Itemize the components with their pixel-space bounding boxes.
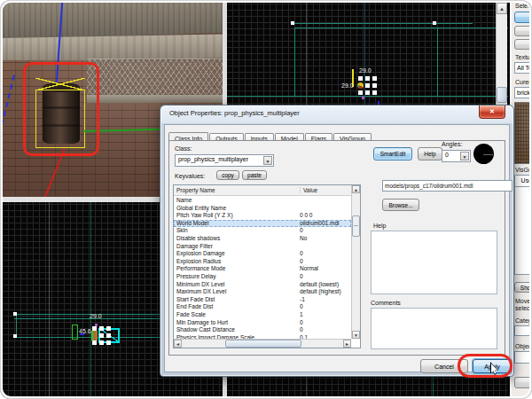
property-row[interactable]: Start Fade Dist -1 — [174, 296, 351, 304]
property-value: -1 — [300, 296, 351, 304]
class-dropdown[interactable]: prop_physics_multiplayer ▼ — [175, 154, 274, 167]
vertex-handle[interactable] — [291, 21, 294, 25]
property-row[interactable]: Min Damage to Hurt 0 — [174, 319, 351, 327]
scroll-right-arrow[interactable]: ► — [343, 340, 351, 348]
property-value: Normal — [300, 265, 351, 273]
close-icon[interactable]: ✕ — [479, 106, 505, 119]
property-row[interactable]: Disable shadows No — [174, 235, 351, 243]
property-value: No — [300, 235, 351, 243]
vertex-handle[interactable] — [13, 312, 17, 316]
scroll-left-arrow[interactable]: ◄ — [174, 340, 182, 348]
panel-button[interactable] — [514, 377, 532, 388]
scroll-up-arrow[interactable]: ▲ — [497, 3, 507, 14]
oil-drum-top-view — [357, 82, 364, 89]
property-grid-vscrollbar[interactable]: ▲ ▼ — [351, 185, 360, 339]
current-texture-label: Curent — [515, 79, 532, 85]
brush-line — [90, 202, 91, 397]
dialog-title: Object Properties: prop_physics_multipla… — [169, 109, 300, 117]
property-row[interactable]: End Fade Dist 0 — [174, 303, 351, 311]
property-row[interactable]: Shadow Cast Distance 0 — [174, 326, 351, 334]
brush-line — [226, 96, 508, 97]
property-name: Performance Mode — [176, 265, 297, 273]
selection-handles[interactable] — [358, 76, 377, 95]
scrollbar-thumb[interactable] — [225, 340, 301, 348]
scrollbar-thumb[interactable] — [497, 87, 507, 103]
visgroups-show-button[interactable]: Show — [514, 282, 532, 293]
angles-value: 0 — [445, 152, 449, 158]
property-value: oildrum001.mdl — [300, 220, 351, 228]
comments-text-box[interactable] — [371, 308, 497, 349]
visgroups-user-tab[interactable]: User — [514, 175, 532, 186]
property-value: 1 — [300, 311, 351, 319]
help-button[interactable]: Help — [418, 147, 442, 160]
property-name: World Model — [176, 220, 297, 228]
scroll-up-arrow[interactable]: ▲ — [352, 185, 360, 193]
class-value: prop_physics_multiplayer — [178, 156, 248, 162]
property-name-column-header: Property Name — [176, 187, 215, 193]
scrollbar-thumb[interactable] — [352, 215, 360, 237]
current-texture-name[interactable]: brick — [514, 87, 532, 98]
property-value: 0 0 0 — [300, 212, 351, 220]
property-row[interactable]: Pitch Yaw Roll (Y Z X) 0 0 0 — [174, 212, 351, 220]
property-name: Damage Filter — [176, 243, 297, 251]
chevron-down-icon[interactable]: ▼ — [263, 156, 272, 165]
property-value: default (lowest) — [300, 281, 351, 289]
oil-drum-side-view — [91, 331, 98, 340]
hammer-editor-screenshot: 29.0 29.0 ▲ 29.0 — [0, 0, 532, 399]
dimension-label-height: 29.0 — [341, 82, 354, 90]
vertex-handle[interactable] — [13, 334, 17, 338]
scroll-down-arrow[interactable]: ▼ — [352, 331, 360, 339]
green-outline-rect — [72, 325, 78, 340]
dialog-tabs: Class InfoOutputsInputsModelFlagsVisGrou… — [168, 128, 372, 141]
property-row[interactable]: Skin 0 — [174, 227, 351, 235]
model-path-input[interactable]: models/props_c17/oildrum001.mdl — [382, 180, 512, 192]
selection-handles[interactable] — [92, 326, 111, 345]
property-value: 0 — [300, 326, 351, 334]
angle-dial[interactable] — [473, 144, 494, 164]
selection-mode-label: Select — [515, 3, 532, 9]
angles-dropdown[interactable]: 0 ▼ — [442, 150, 471, 162]
selection-mode-button[interactable] — [514, 39, 532, 50]
property-row[interactable]: Global Entity Name — [174, 205, 351, 213]
selection-mode-button[interactable] — [514, 26, 532, 36]
property-row[interactable]: Minimum DX Level default (lowest) — [174, 281, 351, 289]
property-row[interactable]: World Model oildrum001.mdl — [174, 220, 351, 228]
chainlink-fence — [87, 59, 223, 96]
dimension-label-height: 45.6 — [79, 328, 91, 335]
comments-label: Comments — [371, 300, 401, 306]
browse-button[interactable]: Browse... — [382, 199, 419, 211]
property-row[interactable]: Maximum DX Level default (highest) — [174, 288, 351, 296]
property-grid-hscrollbar[interactable]: ◄ ► — [174, 339, 351, 348]
property-rows: Name Global Entity Name Pitch Yaw Roll (… — [174, 197, 351, 339]
help-section-label: Help — [373, 223, 386, 229]
property-row[interactable]: Fade Scale 1 — [174, 311, 351, 319]
copy-button[interactable]: copy — [216, 170, 239, 180]
vertex-handle[interactable] — [433, 21, 436, 25]
entity-origin-dot — [362, 97, 364, 99]
categories-dropdown[interactable] — [514, 325, 532, 336]
property-row[interactable]: Explosion Radius 0 — [174, 258, 351, 266]
value-column-header: Value — [300, 187, 317, 193]
smartedit-button[interactable]: SmartEdit — [373, 147, 412, 160]
property-row[interactable]: Performance Mode Normal — [174, 265, 351, 273]
chevron-down-icon[interactable]: ▼ — [460, 152, 469, 160]
visgroups-list[interactable] — [514, 186, 532, 275]
texture-group-dropdown[interactable]: All Te — [514, 62, 532, 74]
property-row[interactable]: Name — [174, 197, 351, 205]
property-value: 0 — [300, 319, 351, 327]
paste-button[interactable]: paste — [242, 170, 267, 180]
property-value: default (highest) — [300, 288, 351, 296]
property-value: 0 — [300, 303, 351, 311]
property-row[interactable]: Damage Filter — [174, 243, 351, 251]
brush-line — [294, 27, 295, 97]
cancel-button[interactable]: Cancel — [420, 359, 468, 373]
categories-label: Categor — [515, 317, 532, 324]
property-value: 0 — [300, 258, 351, 266]
property-row[interactable]: Explosion Damage 0 — [174, 250, 351, 258]
property-value: 0 — [300, 250, 351, 258]
dimension-label-width: 29.0 — [90, 313, 102, 320]
property-row[interactable]: Pressure Delay 0 — [174, 273, 351, 281]
objects-dropdown[interactable] — [514, 351, 532, 364]
brush-line — [294, 27, 508, 28]
selection-mode-button-active[interactable] — [514, 12, 532, 23]
